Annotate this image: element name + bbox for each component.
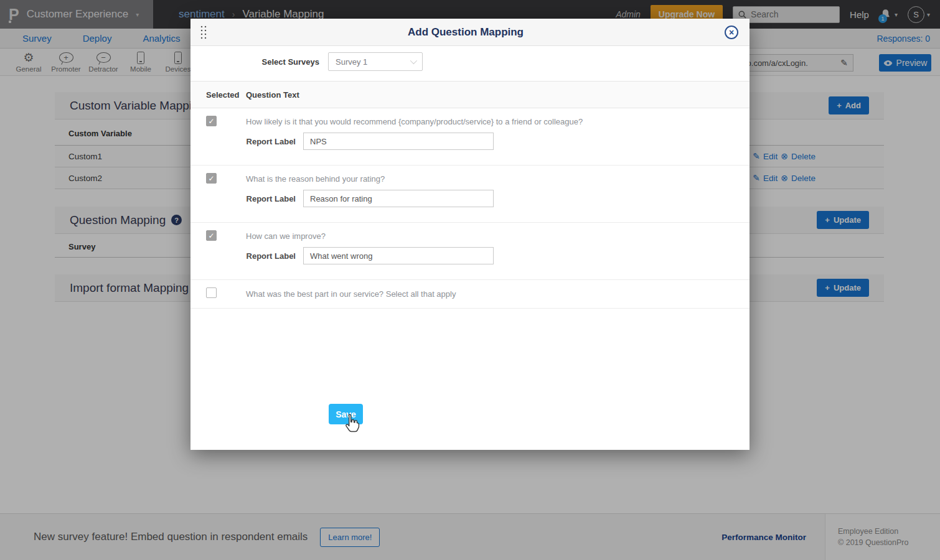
column-selected: Selected [206, 90, 241, 100]
modal-title: Add Question Mapping [207, 26, 725, 39]
app-page: P Customer Experience ▾ sentiment › Vari… [0, 0, 940, 560]
report-label: Report Label [190, 194, 296, 203]
question-table-header: Selected Question Text [190, 81, 750, 108]
question-row: What was the best part in our service? S… [190, 280, 750, 309]
report-label-input[interactable] [303, 190, 494, 207]
survey-select-dropdown[interactable]: Survey 1 [328, 52, 423, 71]
drag-handle-icon[interactable] [200, 25, 207, 39]
select-surveys-label: Select Surveys [190, 57, 319, 67]
question-checkbox[interactable] [206, 287, 217, 298]
selected-survey-value: Survey 1 [336, 57, 367, 67]
select-surveys-row: Select Surveys Survey 1 [190, 46, 750, 81]
question-row: How likely is it that you would recommen… [190, 108, 750, 166]
report-label-row: Report Label [190, 247, 750, 264]
question-text: What is the reason behind your rating? [246, 174, 750, 184]
question-checkbox[interactable] [206, 230, 217, 241]
report-label: Report Label [190, 137, 296, 146]
question-checkbox[interactable] [206, 173, 217, 184]
question-text: What was the best part in our service? S… [246, 289, 750, 299]
report-label: Report Label [190, 251, 296, 261]
report-label-row: Report Label [190, 133, 750, 150]
question-checkbox[interactable] [206, 116, 217, 126]
question-text: How likely is it that you would recommen… [246, 116, 750, 127]
report-label-input[interactable] [303, 133, 494, 150]
modal-header: Add Question Mapping × [190, 19, 750, 46]
chevron-down-icon [410, 57, 417, 64]
column-question-text: Question Text [246, 90, 299, 100]
question-row: How can we improve? Report Label [190, 223, 750, 280]
question-text: How can we improve? [246, 231, 750, 241]
report-label-input[interactable] [303, 247, 494, 264]
report-label-row: Report Label [190, 190, 750, 207]
save-button[interactable]: Save [329, 404, 363, 424]
close-icon[interactable]: × [725, 26, 738, 39]
question-row: What is the reason behind your rating? R… [190, 166, 750, 223]
add-question-mapping-modal: Add Question Mapping × Select Surveys Su… [190, 19, 750, 450]
